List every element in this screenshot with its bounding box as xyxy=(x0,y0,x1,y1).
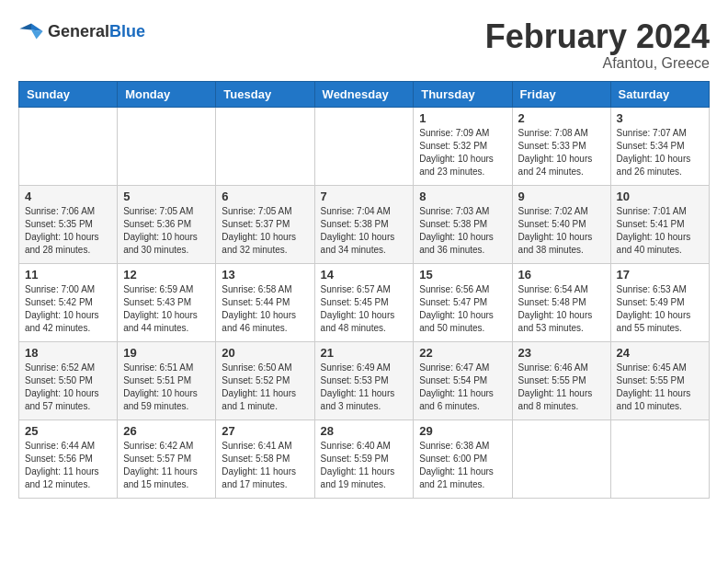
day-info: Sunrise: 6:45 AM Sunset: 5:55 PM Dayligh… xyxy=(617,362,703,413)
calendar-cell: 9Sunrise: 7:02 AM Sunset: 5:40 PM Daylig… xyxy=(512,185,610,263)
calendar-cell: 10Sunrise: 7:01 AM Sunset: 5:41 PM Dayli… xyxy=(610,185,709,263)
day-info: Sunrise: 7:03 AM Sunset: 5:38 PM Dayligh… xyxy=(419,205,506,257)
day-number: 16 xyxy=(518,268,605,282)
logo: GeneralBlue xyxy=(18,18,145,44)
day-number: 3 xyxy=(617,111,703,125)
calendar-cell: 21Sunrise: 6:49 AM Sunset: 5:53 PM Dayli… xyxy=(314,341,414,419)
day-info: Sunrise: 6:42 AM Sunset: 5:57 PM Dayligh… xyxy=(123,440,210,491)
day-info: Sunrise: 7:01 AM Sunset: 5:41 PM Dayligh… xyxy=(617,205,703,257)
calendar-cell: 3Sunrise: 7:07 AM Sunset: 5:34 PM Daylig… xyxy=(610,107,709,185)
weekday-header-wednesday: Wednesday xyxy=(314,81,414,107)
day-info: Sunrise: 6:49 AM Sunset: 5:53 PM Dayligh… xyxy=(321,362,408,413)
day-number: 5 xyxy=(123,190,210,203)
day-number: 9 xyxy=(518,190,605,203)
day-number: 27 xyxy=(222,424,308,438)
day-number: 29 xyxy=(419,424,506,438)
day-number: 18 xyxy=(25,346,111,360)
day-number: 21 xyxy=(321,346,408,360)
day-number: 22 xyxy=(419,346,506,360)
day-info: Sunrise: 7:06 AM Sunset: 5:35 PM Dayligh… xyxy=(25,205,111,257)
day-number: 12 xyxy=(123,268,210,282)
logo-icon xyxy=(18,18,44,44)
day-number: 2 xyxy=(518,111,605,125)
day-number: 24 xyxy=(617,346,703,360)
day-number: 4 xyxy=(25,190,111,203)
calendar-cell: 26Sunrise: 6:42 AM Sunset: 5:57 PM Dayli… xyxy=(118,419,216,498)
main-title: February 2024 xyxy=(485,18,710,55)
day-info: Sunrise: 7:09 AM Sunset: 5:32 PM Dayligh… xyxy=(419,127,506,178)
weekday-header-tuesday: Tuesday xyxy=(216,81,314,107)
week-row-1: 1Sunrise: 7:09 AM Sunset: 5:32 PM Daylig… xyxy=(19,107,710,185)
day-number: 25 xyxy=(25,424,111,438)
day-info: Sunrise: 6:59 AM Sunset: 5:43 PM Dayligh… xyxy=(123,283,210,335)
day-number: 20 xyxy=(222,346,308,360)
svg-marker-0 xyxy=(31,24,43,31)
calendar-cell xyxy=(118,107,216,185)
week-row-5: 25Sunrise: 6:44 AM Sunset: 5:56 PM Dayli… xyxy=(19,419,710,498)
day-info: Sunrise: 6:46 AM Sunset: 5:55 PM Dayligh… xyxy=(518,362,605,413)
calendar-cell: 5Sunrise: 7:05 AM Sunset: 5:36 PM Daylig… xyxy=(118,185,216,263)
day-info: Sunrise: 6:38 AM Sunset: 6:00 PM Dayligh… xyxy=(419,440,506,491)
calendar-cell: 24Sunrise: 6:45 AM Sunset: 5:55 PM Dayli… xyxy=(610,341,709,419)
weekday-header-saturday: Saturday xyxy=(610,81,709,107)
calendar-cell xyxy=(314,107,414,185)
week-row-4: 18Sunrise: 6:52 AM Sunset: 5:50 PM Dayli… xyxy=(19,341,710,419)
day-info: Sunrise: 7:00 AM Sunset: 5:42 PM Dayligh… xyxy=(25,283,111,335)
weekday-header-sunday: Sunday xyxy=(19,81,118,107)
day-info: Sunrise: 7:04 AM Sunset: 5:38 PM Dayligh… xyxy=(321,205,408,257)
weekday-header-monday: Monday xyxy=(118,81,216,107)
calendar-cell: 19Sunrise: 6:51 AM Sunset: 5:51 PM Dayli… xyxy=(118,341,216,419)
day-info: Sunrise: 6:57 AM Sunset: 5:45 PM Dayligh… xyxy=(321,283,408,335)
day-info: Sunrise: 6:47 AM Sunset: 5:54 PM Dayligh… xyxy=(419,362,506,413)
day-number: 13 xyxy=(222,268,308,282)
day-info: Sunrise: 7:05 AM Sunset: 5:36 PM Dayligh… xyxy=(123,205,210,257)
calendar-cell: 27Sunrise: 6:41 AM Sunset: 5:58 PM Dayli… xyxy=(216,419,314,498)
calendar-cell: 17Sunrise: 6:53 AM Sunset: 5:49 PM Dayli… xyxy=(610,263,709,341)
day-info: Sunrise: 6:40 AM Sunset: 5:59 PM Dayligh… xyxy=(321,440,408,491)
day-info: Sunrise: 7:08 AM Sunset: 5:33 PM Dayligh… xyxy=(518,127,605,178)
calendar-cell: 15Sunrise: 6:56 AM Sunset: 5:47 PM Dayli… xyxy=(414,263,512,341)
calendar-cell: 28Sunrise: 6:40 AM Sunset: 5:59 PM Dayli… xyxy=(314,419,414,498)
svg-marker-1 xyxy=(19,24,31,30)
day-info: Sunrise: 6:44 AM Sunset: 5:56 PM Dayligh… xyxy=(25,440,111,491)
calendar-table: SundayMondayTuesdayWednesdayThursdayFrid… xyxy=(18,81,710,499)
day-number: 11 xyxy=(25,268,111,282)
day-number: 26 xyxy=(123,424,210,438)
weekday-header-friday: Friday xyxy=(512,81,610,107)
day-info: Sunrise: 6:53 AM Sunset: 5:49 PM Dayligh… xyxy=(617,283,703,335)
calendar-cell: 16Sunrise: 6:54 AM Sunset: 5:48 PM Dayli… xyxy=(512,263,610,341)
day-info: Sunrise: 6:58 AM Sunset: 5:44 PM Dayligh… xyxy=(222,283,308,335)
calendar-cell: 14Sunrise: 6:57 AM Sunset: 5:45 PM Dayli… xyxy=(314,263,414,341)
calendar-cell: 11Sunrise: 7:00 AM Sunset: 5:42 PM Dayli… xyxy=(19,263,118,341)
calendar-cell: 2Sunrise: 7:08 AM Sunset: 5:33 PM Daylig… xyxy=(512,107,610,185)
day-number: 17 xyxy=(617,268,703,282)
calendar-cell: 18Sunrise: 6:52 AM Sunset: 5:50 PM Dayli… xyxy=(19,341,118,419)
day-number: 19 xyxy=(123,346,210,360)
page-header: GeneralBlue February 2024 Afantou, Greec… xyxy=(18,18,710,72)
day-info: Sunrise: 6:52 AM Sunset: 5:50 PM Dayligh… xyxy=(25,362,111,413)
calendar-cell: 4Sunrise: 7:06 AM Sunset: 5:35 PM Daylig… xyxy=(19,185,118,263)
calendar-cell xyxy=(19,107,118,185)
day-info: Sunrise: 6:56 AM Sunset: 5:47 PM Dayligh… xyxy=(419,283,506,335)
title-area: February 2024 Afantou, Greece xyxy=(485,18,710,72)
day-number: 6 xyxy=(222,190,308,203)
day-number: 14 xyxy=(321,268,408,282)
day-info: Sunrise: 7:05 AM Sunset: 5:37 PM Dayligh… xyxy=(222,205,308,257)
calendar-cell xyxy=(216,107,314,185)
weekday-header-row: SundayMondayTuesdayWednesdayThursdayFrid… xyxy=(19,81,710,107)
day-info: Sunrise: 6:50 AM Sunset: 5:52 PM Dayligh… xyxy=(222,362,308,413)
day-info: Sunrise: 6:51 AM Sunset: 5:51 PM Dayligh… xyxy=(123,362,210,413)
calendar-cell: 6Sunrise: 7:05 AM Sunset: 5:37 PM Daylig… xyxy=(216,185,314,263)
day-number: 23 xyxy=(518,346,605,360)
day-number: 15 xyxy=(419,268,506,282)
day-number: 1 xyxy=(419,111,506,125)
calendar-cell: 23Sunrise: 6:46 AM Sunset: 5:55 PM Dayli… xyxy=(512,341,610,419)
day-info: Sunrise: 6:41 AM Sunset: 5:58 PM Dayligh… xyxy=(222,440,308,491)
day-number: 10 xyxy=(617,190,703,203)
calendar-cell: 12Sunrise: 6:59 AM Sunset: 5:43 PM Dayli… xyxy=(118,263,216,341)
calendar-cell: 29Sunrise: 6:38 AM Sunset: 6:00 PM Dayli… xyxy=(414,419,512,498)
day-info: Sunrise: 7:02 AM Sunset: 5:40 PM Dayligh… xyxy=(518,205,605,257)
week-row-2: 4Sunrise: 7:06 AM Sunset: 5:35 PM Daylig… xyxy=(19,185,710,263)
calendar-cell: 7Sunrise: 7:04 AM Sunset: 5:38 PM Daylig… xyxy=(314,185,414,263)
day-info: Sunrise: 7:07 AM Sunset: 5:34 PM Dayligh… xyxy=(617,127,703,178)
